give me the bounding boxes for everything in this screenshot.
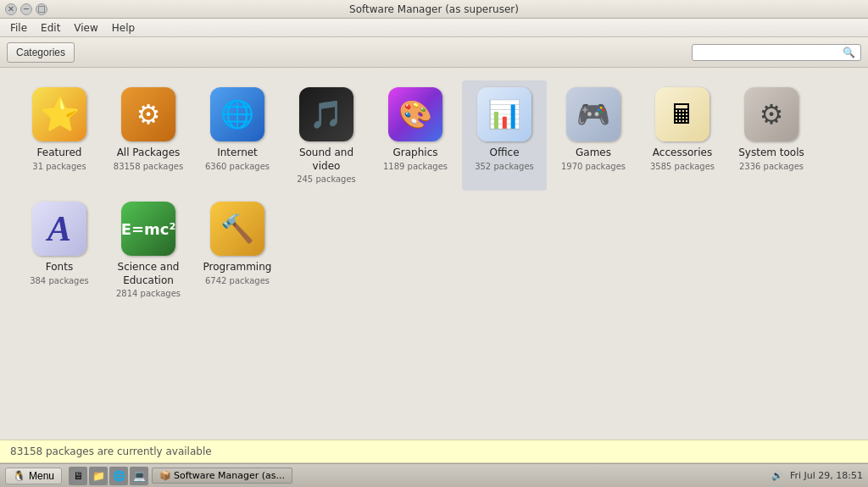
category-count-office: 352 packages xyxy=(475,162,534,171)
category-count-programming: 6742 packages xyxy=(205,276,270,285)
taskbar: 🐧 Menu 🖥 📁 🌐 💻 📦 Software Manager (as...… xyxy=(0,463,868,487)
menu-bar: File Edit View Help xyxy=(0,19,868,37)
category-count-all-packages: 83158 packages xyxy=(114,162,183,171)
category-count-system-tools: 2336 packages xyxy=(739,162,804,171)
category-icon-sound-video: 🎵 xyxy=(299,87,353,141)
toolbar: Categories 🔍 xyxy=(0,37,868,68)
category-name-sound-video: Sound and video xyxy=(288,147,364,173)
category-icon-fonts: A xyxy=(32,202,86,256)
taskbar-left: 🐧 Menu 🖥 📁 🌐 💻 📦 Software Manager (as... xyxy=(5,467,292,485)
menu-help[interactable]: Help xyxy=(105,20,142,36)
taskbar-app-icon: 📦 xyxy=(159,470,171,481)
start-label: Menu xyxy=(29,470,54,482)
category-icon-all-packages: ⚙ xyxy=(121,87,175,141)
taskbar-quick-icon-2[interactable]: 📁 xyxy=(89,467,108,485)
taskbar-right: 🔊 Fri Jul 29, 18:51 xyxy=(771,470,863,481)
category-count-games: 1970 packages xyxy=(561,162,626,171)
category-count-graphics: 1189 packages xyxy=(383,162,448,171)
taskbar-app-label: Software Manager (as... xyxy=(174,470,285,481)
category-item-fonts[interactable]: AFonts384 packages xyxy=(17,195,102,305)
status-message: 83158 packages are currently available xyxy=(10,445,212,457)
taskbar-app-software-manager[interactable]: 📦 Software Manager (as... xyxy=(152,468,292,484)
category-icon-system-tools: ⚙ xyxy=(744,87,798,141)
taskbar-clock: Fri Jul 29, 18:51 xyxy=(790,470,863,481)
search-input[interactable] xyxy=(698,47,843,58)
window-title: Software Manager (as superuser) xyxy=(47,3,821,15)
category-item-featured[interactable]: ⭐Featured31 packages xyxy=(17,80,102,191)
category-icon-accessories: 🖩 xyxy=(655,87,709,141)
category-icon-featured: ⭐ xyxy=(32,87,86,141)
search-box[interactable]: 🔍 xyxy=(692,44,861,61)
category-name-graphics: Graphics xyxy=(393,147,438,160)
main-content: ⭐Featured31 packages⚙All Packages83158 p… xyxy=(0,68,868,440)
title-bar: ✕ ─ □ Software Manager (as superuser) xyxy=(0,0,868,19)
category-item-science[interactable]: E=mc²Science and Education2814 packages xyxy=(106,195,191,305)
status-bar: 83158 packages are currently available xyxy=(0,440,868,463)
minimize-button[interactable]: ─ xyxy=(20,3,32,15)
category-name-all-packages: All Packages xyxy=(117,147,181,160)
category-item-all-packages[interactable]: ⚙All Packages83158 packages xyxy=(106,80,191,191)
start-button[interactable]: 🐧 Menu xyxy=(5,468,62,484)
maximize-button[interactable]: □ xyxy=(36,3,47,15)
category-name-programming: Programming xyxy=(203,261,272,274)
category-icon-programming: 🔨 xyxy=(210,202,264,256)
category-count-sound-video: 245 packages xyxy=(297,174,356,184)
taskbar-quick-icon-3[interactable]: 🌐 xyxy=(109,467,128,485)
category-item-graphics[interactable]: 🎨Graphics1189 packages xyxy=(373,80,458,191)
category-name-fonts: Fonts xyxy=(46,261,73,274)
category-icon-science: E=mc² xyxy=(121,202,175,256)
taskbar-quick-icon-4[interactable]: 💻 xyxy=(130,467,148,485)
category-count-science: 2814 packages xyxy=(116,289,181,298)
category-name-games: Games xyxy=(576,147,611,160)
category-count-featured: 31 packages xyxy=(32,162,86,171)
taskbar-quick-icon-1[interactable]: 🖥 xyxy=(69,467,87,485)
category-count-internet: 6360 packages xyxy=(205,162,270,171)
category-icon-graphics: 🎨 xyxy=(388,87,442,141)
category-icon-games: 🎮 xyxy=(566,87,620,141)
category-grid: ⭐Featured31 packages⚙All Packages83158 p… xyxy=(17,80,851,305)
menu-edit[interactable]: Edit xyxy=(34,20,67,36)
category-count-fonts: 384 packages xyxy=(30,276,89,285)
category-name-science: Science and Education xyxy=(110,261,186,287)
category-item-sound-video[interactable]: 🎵Sound and video245 packages xyxy=(284,80,369,191)
category-icon-internet: 🌐 xyxy=(210,87,264,141)
category-item-programming[interactable]: 🔨Programming6742 packages xyxy=(195,195,280,305)
category-name-featured: Featured xyxy=(37,147,82,160)
category-item-office[interactable]: 📊Office352 packages xyxy=(462,80,547,191)
close-button[interactable]: ✕ xyxy=(5,3,17,15)
window-controls[interactable]: ✕ ─ □ xyxy=(5,3,47,15)
start-icon: 🐧 xyxy=(13,470,25,482)
category-icon-office: 📊 xyxy=(477,87,531,141)
category-item-accessories[interactable]: 🖩Accessories3585 packages xyxy=(640,80,725,191)
menu-view[interactable]: View xyxy=(67,20,104,36)
categories-button[interactable]: Categories xyxy=(7,42,75,63)
tray-icon-1: 🔊 xyxy=(771,470,783,481)
category-name-system-tools: System tools xyxy=(738,147,804,160)
search-icon: 🔍 xyxy=(843,47,855,58)
category-name-accessories: Accessories xyxy=(653,147,712,160)
category-item-internet[interactable]: 🌐Internet6360 packages xyxy=(195,80,280,191)
category-item-system-tools[interactable]: ⚙System tools2336 packages xyxy=(729,80,814,191)
menu-file[interactable]: File xyxy=(3,20,34,36)
category-name-internet: Internet xyxy=(217,147,258,160)
category-count-accessories: 3585 packages xyxy=(650,162,715,171)
category-name-office: Office xyxy=(489,147,519,160)
category-item-games[interactable]: 🎮Games1970 packages xyxy=(551,80,636,191)
